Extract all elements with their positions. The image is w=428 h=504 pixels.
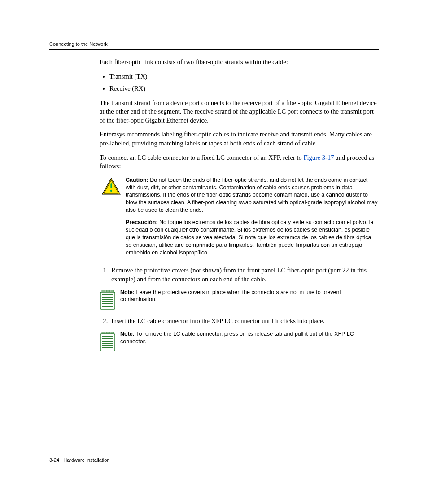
paragraph: The transmit strand from a device port c… (100, 99, 379, 125)
note-icon (100, 289, 116, 313)
chapter-title: Hardware Installation (63, 457, 109, 463)
header-rule (49, 49, 379, 50)
precaucion-label: Precaución: (126, 219, 158, 225)
intro-text: Each fiber-optic link consists of two fi… (100, 58, 379, 67)
svg-rect-16 (111, 332, 114, 333)
note-icon (100, 330, 116, 355)
paragraph: Enterasys recommends labeling fiber-opti… (100, 130, 379, 148)
content-area: Each fiber-optic link consists of two fi… (100, 58, 379, 354)
running-head: Connecting to the Network (49, 41, 379, 47)
step-item: Insert the LC cable connector into the X… (109, 317, 379, 354)
note-label: Note: (120, 289, 135, 295)
svg-rect-5 (106, 290, 110, 292)
list-item: Transmit (TX) (109, 72, 379, 81)
note-label: Note: (120, 331, 135, 337)
step-text: Insert the LC cable connector into the X… (111, 317, 379, 326)
svg-point-3 (110, 189, 112, 191)
figure-ref-link[interactable]: Figure 3-17 (303, 154, 334, 161)
note-text: To remove the LC cable connector, press … (120, 331, 354, 345)
bullet-list: Transmit (TX) Receive (RX) (109, 72, 379, 93)
caution-text-block: Caution: Do not touch the ends of the fi… (126, 176, 379, 261)
steps-list: Remove the protective covers (not shown)… (100, 266, 379, 354)
note-callout: Note: To remove the LC cable connector, … (100, 330, 379, 355)
caution-label: Caution: (126, 177, 148, 183)
svg-rect-14 (102, 332, 105, 333)
page-footer: 3-24 Hardware Installation (49, 457, 110, 463)
note-text: Leave the protective covers in place whe… (120, 289, 341, 303)
page: Connecting to the Network Each fiber-opt… (0, 0, 428, 504)
svg-rect-4 (102, 290, 105, 292)
caution-callout: Caution: Do not touch the ends of the fi… (101, 176, 379, 261)
text-run: To connect an LC cable connector to a fi… (100, 154, 303, 161)
paragraph: To connect an LC cable connector to a fi… (100, 153, 379, 171)
note-text-block: Note: To remove the LC cable connector, … (120, 330, 379, 346)
caution-icon (101, 176, 121, 199)
page-number: 3-24 (49, 457, 59, 463)
caution-text: Do not touch the ends of the fiber-optic… (126, 177, 377, 214)
svg-rect-2 (110, 183, 112, 188)
precaucion-text: No toque los extremos de los cables de f… (126, 219, 373, 256)
step-text: Remove the protective covers (not shown)… (111, 266, 379, 284)
note-text-block: Note: Leave the protective covers in pla… (120, 289, 379, 304)
svg-rect-6 (111, 290, 114, 292)
list-item: Receive (RX) (109, 84, 379, 93)
note-callout: Note: Leave the protective covers in pla… (100, 289, 379, 313)
svg-rect-15 (106, 332, 110, 333)
step-item: Remove the protective covers (not shown)… (109, 266, 379, 312)
